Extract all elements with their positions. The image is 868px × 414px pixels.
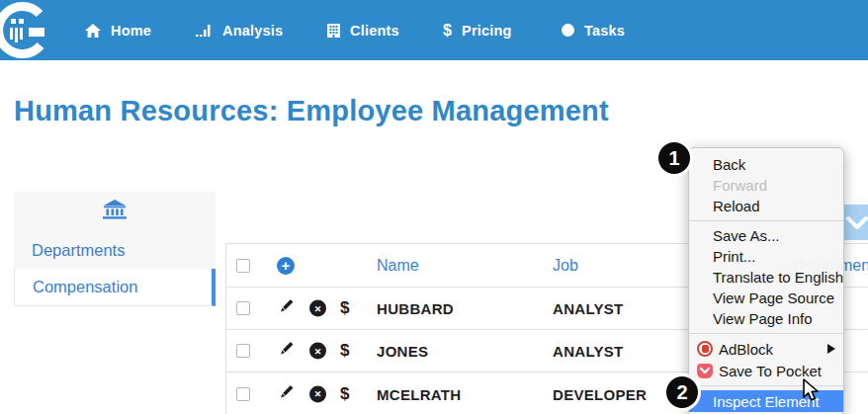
employee-name: HUBBARD <box>377 300 454 317</box>
employee-job: ANALYST <box>553 300 624 317</box>
salary-dollar-icon[interactable]: $ <box>340 341 349 361</box>
menu-item-save-as[interactable]: Save As... <box>689 225 843 246</box>
menu-item-view-page-source[interactable]: View Page Source <box>689 288 843 308</box>
menu-separator <box>689 333 843 334</box>
delete-x-icon[interactable]: ✕ <box>309 385 326 402</box>
row-checkbox[interactable] <box>236 387 250 401</box>
edit-pencil-icon[interactable] <box>278 298 295 319</box>
nav-label: Clients <box>350 23 399 39</box>
edit-pencil-icon[interactable] <box>278 383 295 404</box>
annotation-step-2: 2 <box>663 373 701 411</box>
circle-icon <box>562 24 574 37</box>
submenu-arrow-icon <box>827 344 835 354</box>
nav-item-clients[interactable]: Clients <box>327 0 399 60</box>
nav-item-pricing[interactable]: $ Pricing <box>443 0 512 60</box>
row-checkbox[interactable] <box>236 344 250 358</box>
edit-pencil-icon[interactable] <box>278 341 295 362</box>
select-all-checkbox[interactable] <box>236 259 250 273</box>
menu-item-label: Save To Pocket <box>719 363 822 379</box>
page-title: Human Resources: Employee Management <box>14 95 609 127</box>
mouse-cursor-icon <box>802 378 821 407</box>
employee-name: MCELRATH <box>377 385 461 402</box>
nav-label: Analysis <box>222 23 283 39</box>
menu-item-forward: Forward <box>689 175 843 196</box>
menu-item-back[interactable]: Back <box>689 154 843 175</box>
sidebar-item-compensation[interactable]: Compensation <box>14 269 216 306</box>
employee-job: ANALYST <box>553 343 624 360</box>
add-row-icon[interactable]: + <box>277 257 295 275</box>
bar-chart-icon <box>196 24 213 37</box>
top-navbar: Home Analysis Clients <box>0 0 868 60</box>
menu-item-translate[interactable]: Translate to English <box>689 267 843 288</box>
menu-separator <box>689 220 843 221</box>
sidebar-item-departments[interactable]: Departments <box>14 231 216 269</box>
nav-label: Tasks <box>584 23 625 39</box>
menu-item-print[interactable]: Print... <box>689 246 843 267</box>
dollar-icon: $ <box>443 22 452 40</box>
nav-item-home[interactable]: Home <box>85 0 151 60</box>
menu-item-adblock[interactable]: AdBlock <box>689 338 843 360</box>
sidebar-header <box>14 192 216 231</box>
sidebar-item-label: Departments <box>32 241 125 260</box>
context-menu: Back Forward Reload Save As... Print... … <box>688 147 844 414</box>
nav-label: Pricing <box>462 23 512 39</box>
column-header-name[interactable]: Name <box>377 257 419 275</box>
adblock-icon <box>697 341 713 357</box>
sidebar: Departments Compensation <box>14 192 216 306</box>
building-icon <box>327 24 340 38</box>
column-header-job[interactable]: Job <box>553 257 578 275</box>
annotation-step-1: 1 <box>655 139 693 177</box>
pocket-icon <box>697 364 713 378</box>
row-checkbox[interactable] <box>236 301 250 315</box>
menu-item-label: AdBlock <box>719 341 773 358</box>
nav-item-analysis[interactable]: Analysis <box>196 0 283 60</box>
delete-x-icon[interactable]: ✕ <box>309 300 326 317</box>
nav-item-tasks[interactable]: Tasks <box>562 0 625 60</box>
salary-dollar-icon[interactable]: $ <box>340 384 349 404</box>
menu-item-reload[interactable]: Reload <box>689 196 843 216</box>
delete-x-icon[interactable]: ✕ <box>309 343 326 360</box>
sidebar-item-label: Compensation <box>33 278 137 296</box>
salary-dollar-icon[interactable]: $ <box>340 298 349 318</box>
bank-icon <box>103 200 127 223</box>
menu-item-view-page-info[interactable]: View Page Info <box>689 308 843 329</box>
company-logo-icon[interactable] <box>0 2 56 65</box>
employee-job: DEVELOPER <box>553 385 647 402</box>
employee-name: JONES <box>377 343 428 360</box>
home-icon <box>85 24 101 38</box>
nav-label: Home <box>111 23 151 39</box>
